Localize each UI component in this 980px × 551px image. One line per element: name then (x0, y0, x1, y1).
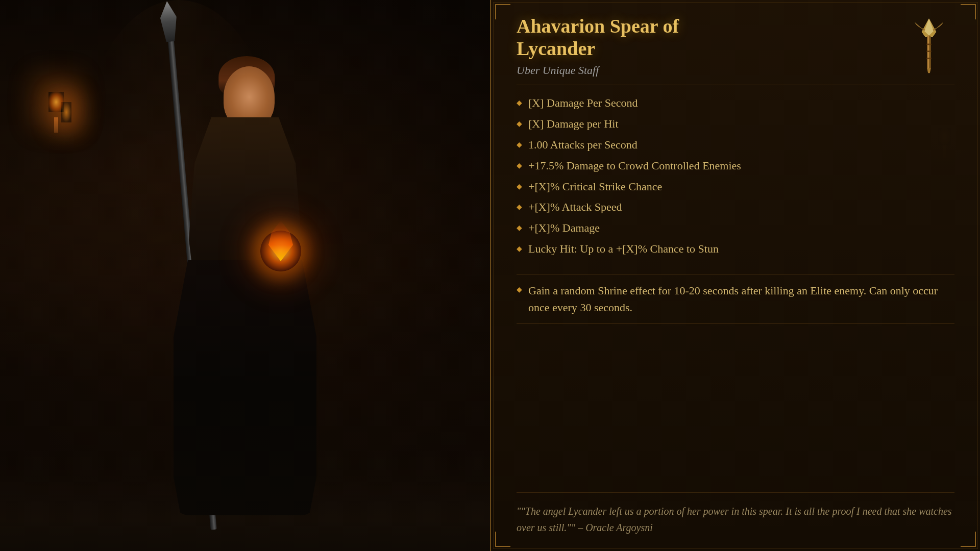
ability-bullet: ◆ (517, 283, 522, 296)
stat-bullet-dmg: ◆ (517, 221, 522, 234)
stat-bullet-csc: ◆ (517, 180, 522, 193)
item-title-block: Ahavarion Spear of Lycander Uber Unique … (517, 15, 903, 77)
character-area (0, 0, 490, 551)
stat-bullet-dph: ◆ (517, 117, 522, 130)
item-header: Ahavarion Spear of Lycander Uber Unique … (517, 15, 954, 85)
stat-bullet-aspd: ◆ (517, 201, 522, 213)
item-name-line2: Lycander (517, 38, 595, 59)
corner-decoration-tl (495, 4, 510, 19)
stat-item-dps: ◆ [X] Damage Per Second (517, 95, 954, 111)
svg-rect-6 (926, 58, 931, 59)
stat-text-csc: +[X]% Critical Strike Chance (528, 179, 954, 195)
stat-item-csc: ◆ +[X]% Critical Strike Chance (517, 179, 954, 195)
stat-bullet-stun: ◆ (517, 242, 522, 255)
corner-decoration-bl (495, 532, 510, 547)
item-icon-area (903, 15, 954, 77)
svg-marker-7 (927, 68, 930, 73)
stat-text-cce: +17.5% Damage to Crowd Controlled Enemie… (528, 158, 954, 174)
stat-item-dph: ◆ [X] Damage per Hit (517, 116, 954, 132)
spear-icon (909, 18, 949, 74)
stat-bullet-aps: ◆ (517, 138, 522, 151)
stat-bullet-cce: ◆ (517, 159, 522, 172)
stat-text-dps: [X] Damage Per Second (528, 95, 954, 111)
item-type: Uber Unique Staff (517, 64, 903, 77)
corner-decoration-tr (961, 4, 976, 19)
stat-item-aps: ◆ 1.00 Attacks per Second (517, 137, 954, 153)
stat-item-stun: ◆ Lucky Hit: Up to a +[X]% Chance to Stu… (517, 241, 954, 257)
ability-text: Gain a random Shrine effect for 10-20 se… (528, 282, 954, 316)
ability-item: ◆ Gain a random Shrine effect for 10-20 … (517, 282, 954, 316)
stat-text-dmg: +[X]% Damage (528, 220, 954, 236)
stat-item-cce: ◆ +17.5% Damage to Crowd Controlled Enem… (517, 158, 954, 174)
stat-item-aspd: ◆ +[X]% Attack Speed (517, 199, 954, 215)
ability-section: ◆ Gain a random Shrine effect for 10-20 … (517, 274, 954, 324)
item-panel: Ahavarion Spear of Lycander Uber Unique … (490, 0, 980, 551)
svg-rect-3 (927, 36, 929, 69)
stat-item-dmg: ◆ +[X]% Damage (517, 220, 954, 236)
stat-text-aspd: +[X]% Attack Speed (528, 199, 954, 215)
item-name: Ahavarion Spear of Lycander (517, 15, 903, 60)
stat-text-aps: 1.00 Attacks per Second (528, 137, 954, 153)
svg-rect-5 (926, 51, 931, 52)
lore-quote: ""The angel Lycander left us a portion o… (517, 492, 954, 536)
svg-rect-4 (926, 43, 931, 45)
stat-text-dph: [X] Damage per Hit (528, 116, 954, 132)
character-figure (117, 56, 373, 515)
stat-text-stun: Lucky Hit: Up to a +[X]% Chance to Stun (528, 241, 954, 257)
stat-bullet-dps: ◆ (517, 96, 522, 109)
stats-list: ◆ [X] Damage Per Second ◆ [X] Damage per… (517, 95, 954, 262)
corner-decoration-br (961, 532, 976, 547)
character-cloak (174, 260, 316, 515)
item-name-line1: Ahavarion Spear of (517, 15, 679, 37)
character-fire (260, 231, 301, 282)
